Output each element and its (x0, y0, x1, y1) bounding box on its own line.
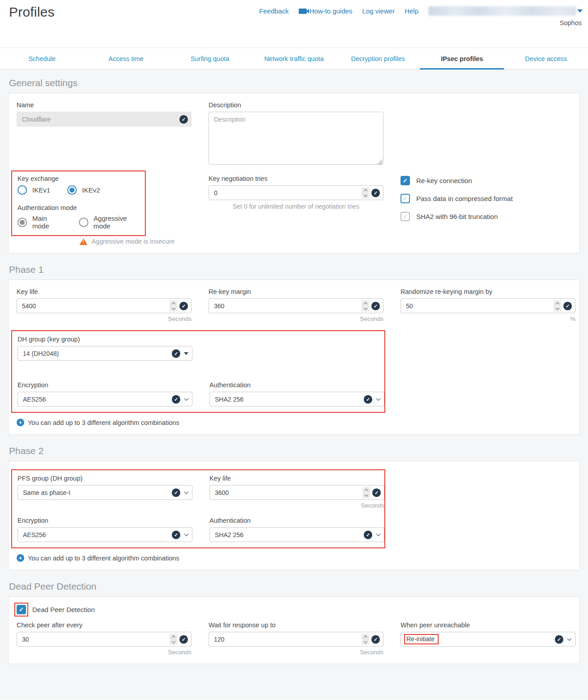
p1-add-note: You can add up to 3 different algorithm … (28, 419, 179, 426)
number-stepper[interactable] (362, 187, 369, 198)
dpd-unreachable-value: Re-initiate (406, 635, 435, 643)
ikev1-radio[interactable] (17, 185, 27, 195)
tab-ipsec-profiles[interactable]: IPsec profiles (420, 48, 504, 69)
p2-pfs-group-select[interactable]: Same as phase-I ✓ (17, 485, 192, 500)
p1-dh-group-select[interactable]: 14 (DH2048) ✓ (17, 346, 192, 361)
aggressive-mode-label: Aggressive mode (94, 214, 139, 230)
aggressive-mode-radio[interactable] (79, 218, 88, 227)
device-selector[interactable] (428, 6, 583, 16)
p2-authentication-select[interactable]: SHA2 256 ✓ (209, 527, 384, 542)
page-header: Profiles Feedback How-to guides Log view… (0, 0, 588, 48)
key-exchange-annotation-box: Key exchange IKEv1 IKEv2 Authentication … (11, 171, 146, 236)
dpd-wait-field[interactable] (209, 632, 383, 647)
number-stepper[interactable] (362, 634, 369, 645)
p1-encryption-value: AES256 (23, 396, 46, 403)
p1-randomize-label: Randomize re-keying margin by (401, 288, 575, 295)
p1-randomize-field[interactable] (401, 298, 575, 313)
number-stepper[interactable] (170, 634, 177, 645)
general-settings-card: Name ✓ Description Key exchange (8, 93, 580, 254)
p1-rekey-margin-unit: Seconds (209, 315, 383, 322)
log-viewer-label: Log viewer (362, 7, 395, 15)
main-mode-label: Main mode (32, 214, 62, 230)
p1-authentication-value: SHA2 256 (215, 396, 244, 403)
valid-check-icon: ✓ (172, 488, 180, 497)
number-stepper[interactable] (362, 487, 370, 498)
dpd-unreachable-label: When peer unreachable (401, 621, 575, 629)
tab-access-time[interactable]: Access time (84, 48, 168, 69)
chevron-down-icon (184, 396, 189, 401)
key-exchange-label: Key exchange (17, 175, 139, 182)
howto-label: How-to guides (309, 7, 353, 15)
sha2-truncation-label: SHA2 with 96-bit truncation (416, 213, 498, 220)
dpd-unreachable-annotation-box: Re-initiate (404, 634, 439, 644)
compressed-format-checkbox[interactable]: ✓ (401, 194, 410, 203)
key-negotiation-field[interactable] (209, 185, 383, 200)
p1-authentication-select[interactable]: SHA2 256 ✓ (209, 392, 384, 407)
add-circle-icon[interactable]: + (17, 419, 24, 426)
p1-key-life-field[interactable] (17, 298, 192, 313)
device-name-redacted (428, 6, 576, 16)
ikev2-label: IKEv2 (82, 186, 100, 194)
general-settings-heading: General settings (9, 78, 579, 88)
phase1-algorithms-annotation-box: DH group (key group) 14 (DH2048) ✓ Encry… (11, 330, 385, 413)
number-stepper[interactable] (170, 300, 177, 311)
tab-decryption-profiles[interactable]: Decryption profiles (336, 48, 420, 69)
add-circle-icon[interactable]: + (17, 554, 24, 562)
ikev2-radio[interactable] (67, 185, 77, 195)
phase2-card: PFS group (DH group) Same as phase-I ✓ K… (8, 461, 580, 570)
profiles-tabbar: Schedule Access time Surfing quota Netwo… (0, 48, 588, 70)
description-field[interactable] (209, 112, 383, 165)
p1-encryption-select[interactable]: AES256 ✓ (17, 392, 192, 407)
p2-encryption-select[interactable]: AES256 ✓ (17, 527, 192, 542)
help-link[interactable]: Help (405, 7, 418, 15)
feedback-link[interactable]: Feedback (259, 7, 289, 15)
dpd-enable-checkbox[interactable]: ✓ (17, 605, 26, 614)
valid-check-icon: ✓ (555, 635, 563, 643)
valid-check-icon: ✓ (372, 488, 381, 497)
tab-network-traffic-quota[interactable]: Network traffic quota (252, 48, 336, 69)
p2-key-life-field[interactable] (209, 485, 384, 500)
auth-mode-label: Authentication mode (17, 204, 139, 211)
tab-device-access[interactable]: Device access (504, 48, 588, 69)
description-label: Description (209, 101, 383, 109)
valid-check-icon: ✓ (364, 395, 372, 403)
dpd-check-peer-field[interactable] (17, 632, 192, 647)
valid-check-icon: ✓ (179, 635, 188, 643)
sha2-truncation-checkbox[interactable]: ✓ (401, 212, 410, 221)
dpd-enable-label: Dead Peer Detection (32, 606, 95, 613)
number-stepper[interactable] (553, 300, 561, 311)
chevron-down-icon (376, 532, 381, 536)
tab-schedule[interactable]: Schedule (0, 48, 84, 69)
valid-check-icon: ✓ (172, 349, 180, 358)
dpd-check-peer-unit: Seconds (17, 649, 192, 656)
valid-check-icon: ✓ (563, 302, 572, 310)
dpd-unreachable-select[interactable]: Re-initiate ✓ (401, 632, 575, 647)
p1-key-life-label: Key life (17, 288, 192, 295)
valid-check-icon: ✓ (364, 530, 372, 539)
p1-key-life-unit: Seconds (17, 315, 192, 322)
chevron-down-icon (376, 396, 381, 401)
dpd-heading: Dead Peer Detection (9, 581, 579, 592)
log-viewer-link[interactable]: Log viewer (362, 7, 395, 15)
video-camera-icon (299, 9, 307, 14)
rekey-connection-checkbox[interactable]: ✓ (401, 176, 410, 185)
howto-guides-link[interactable]: How-to guides (299, 7, 353, 15)
phase1-heading: Phase 1 (9, 264, 579, 275)
ikev1-label: IKEv1 (32, 186, 50, 194)
main-mode-radio[interactable] (17, 218, 27, 227)
key-negotiation-help: Set 0 for unlimited number of negotiatio… (209, 203, 383, 210)
rekey-connection-label: Re-key connection (416, 177, 472, 184)
tab-surfing-quota[interactable]: Surfing quota (168, 48, 252, 69)
compressed-format-label: Pass data in compressed format (416, 195, 513, 202)
main-content: General settings Name ✓ Description (0, 70, 588, 700)
number-stepper[interactable] (362, 300, 369, 311)
valid-check-icon: ✓ (371, 188, 380, 197)
p1-authentication-label: Authentication (209, 381, 384, 389)
brand-label: Sophos (560, 19, 582, 26)
help-label: Help (405, 7, 418, 15)
p1-rekey-margin-field[interactable] (209, 298, 383, 313)
chevron-down-icon (184, 532, 189, 536)
aggressive-warning-text: Aggressive mode is insecure (91, 238, 174, 245)
p1-encryption-label: Encryption (17, 381, 192, 389)
valid-check-icon: ✓ (179, 302, 188, 310)
